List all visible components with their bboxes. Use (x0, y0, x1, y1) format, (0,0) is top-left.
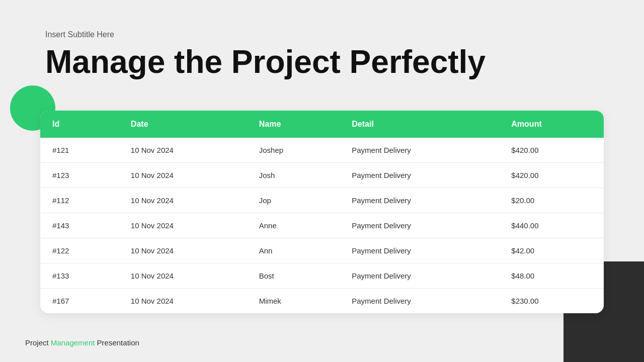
cell-amount: $20.00 (499, 188, 604, 213)
cell-name: Ann (247, 238, 340, 263)
cell-name: Josh (247, 163, 340, 188)
col-header-name: Name (247, 111, 340, 138)
cell-id: #143 (40, 213, 119, 238)
cell-amount: $48.00 (499, 263, 604, 289)
cell-id: #167 (40, 289, 119, 314)
cell-id: #122 (40, 238, 119, 263)
cell-detail: Payment Delivery (340, 138, 499, 163)
cell-amount: $420.00 (499, 163, 604, 188)
cell-date: 10 Nov 2024 (119, 213, 247, 238)
cell-name: Mimek (247, 289, 340, 314)
table-row: #11210 Nov 2024JopPayment Delivery$20.00 (40, 188, 604, 213)
table-row: #13310 Nov 2024BostPayment Delivery$48.0… (40, 263, 604, 289)
footer: Project Management Presentation (25, 338, 139, 347)
cell-amount: $230.00 (499, 289, 604, 314)
subtitle: Insert Subtitle Here (45, 30, 486, 39)
table-row: #12310 Nov 2024JoshPayment Delivery$420.… (40, 163, 604, 188)
header: Insert Subtitle Here Manage the Project … (45, 30, 486, 79)
main-title: Manage the Project Perfectly (45, 44, 486, 79)
cell-detail: Payment Delivery (340, 263, 499, 289)
cell-id: #112 (40, 188, 119, 213)
cell-detail: Payment Delivery (340, 213, 499, 238)
cell-name: Joshep (247, 138, 340, 163)
page-container: Insert Subtitle Here Manage the Project … (0, 0, 644, 362)
footer-suffix: Presentation (95, 338, 139, 347)
table-row: #16710 Nov 2024MimekPayment Delivery$230… (40, 289, 604, 314)
table-row: #12110 Nov 2024JoshepPayment Delivery$42… (40, 138, 604, 163)
cell-date: 10 Nov 2024 (119, 138, 247, 163)
col-header-amount: Amount (499, 111, 604, 138)
cell-detail: Payment Delivery (340, 289, 499, 314)
cell-name: Anne (247, 213, 340, 238)
cell-date: 10 Nov 2024 (119, 238, 247, 263)
cell-name: Jop (247, 188, 340, 213)
table-row: #14310 Nov 2024AnnePayment Delivery$440.… (40, 213, 604, 238)
cell-date: 10 Nov 2024 (119, 289, 247, 314)
cell-amount: $420.00 (499, 138, 604, 163)
cell-id: #121 (40, 138, 119, 163)
cell-id: #133 (40, 263, 119, 289)
col-header-detail: Detail (340, 111, 499, 138)
table-header-row: Id Date Name Detail Amount (40, 111, 604, 138)
cell-date: 10 Nov 2024 (119, 263, 247, 289)
table-card: Id Date Name Detail Amount #12110 Nov 20… (40, 111, 604, 313)
col-header-id: Id (40, 111, 119, 138)
cell-date: 10 Nov 2024 (119, 163, 247, 188)
cell-name: Bost (247, 263, 340, 289)
cell-amount: $440.00 (499, 213, 604, 238)
cell-amount: $42.00 (499, 238, 604, 263)
footer-management: Management (51, 338, 95, 347)
data-table: Id Date Name Detail Amount #12110 Nov 20… (40, 111, 604, 313)
cell-id: #123 (40, 163, 119, 188)
table-row: #12210 Nov 2024AnnPayment Delivery$42.00 (40, 238, 604, 263)
footer-prefix: Project (25, 338, 51, 347)
col-header-date: Date (119, 111, 247, 138)
cell-date: 10 Nov 2024 (119, 188, 247, 213)
cell-detail: Payment Delivery (340, 163, 499, 188)
cell-detail: Payment Delivery (340, 238, 499, 263)
cell-detail: Payment Delivery (340, 188, 499, 213)
